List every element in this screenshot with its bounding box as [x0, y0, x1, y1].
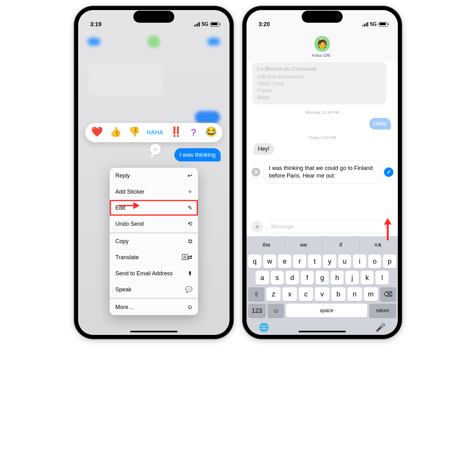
- menu-translate[interactable]: Translate 🄰⇄: [110, 249, 198, 266]
- edit-message-field[interactable]: I was thinking that we could go to Finla…: [264, 161, 381, 184]
- copy-icon: ⧉: [188, 238, 192, 245]
- key-row-3: ⇧ z x c v b n m ⌫: [248, 287, 396, 301]
- key-t[interactable]: t: [308, 254, 321, 268]
- phone-left: 3:19 5G ❤️ 👍 👎 HAHA ‼️ ？ 😂 ☺ I was think…: [74, 6, 233, 339]
- key-n[interactable]: n: [347, 287, 362, 301]
- key-e[interactable]: e: [278, 254, 291, 268]
- tapback-emoji-picker[interactable]: ☺: [150, 144, 161, 155]
- menu-speak[interactable]: Speak 💬: [110, 282, 198, 299]
- key-p[interactable]: p: [383, 254, 396, 268]
- time-separator: Monday 12:44 PM: [247, 110, 398, 115]
- prediction-1[interactable]: the: [248, 238, 285, 252]
- status-time: 3:19: [90, 21, 102, 28]
- prediction-2[interactable]: we: [285, 238, 322, 252]
- battery-icon: [379, 22, 388, 27]
- key-f[interactable]: f: [301, 271, 314, 285]
- tapback-haha[interactable]: HAHA: [147, 129, 163, 136]
- map-card[interactable]: Le Bistrot du Croissant 146 Rue Montmart…: [252, 62, 386, 104]
- edit-message-row: ✕ I was thinking that we could go to Fin…: [247, 161, 398, 184]
- compose-placeholder: iMessage: [271, 224, 294, 230]
- maps-source-label: Maps: [257, 94, 381, 101]
- network-label: 5G: [370, 21, 377, 27]
- key-m[interactable]: m: [364, 287, 378, 301]
- tapback-laughcry[interactable]: 😂: [205, 126, 217, 139]
- key-h[interactable]: h: [331, 271, 344, 285]
- keyboard: the we if ≡A q w e r t y u i o p: [247, 236, 398, 335]
- tapback-question[interactable]: ？: [189, 126, 198, 139]
- confirm-edit-button[interactable]: ✓: [384, 167, 393, 177]
- cancel-edit-button[interactable]: ✕: [252, 168, 260, 177]
- compose-row: + iMessage 🎙: [247, 216, 398, 236]
- tapback-bar[interactable]: ❤️ 👍 👎 HAHA ‼️ ？ 😂: [85, 123, 223, 142]
- return-key[interactable]: return: [369, 304, 396, 318]
- key-x[interactable]: x: [282, 287, 297, 301]
- translate-icon: 🄰⇄: [182, 254, 192, 261]
- shift-key[interactable]: ⇧: [248, 287, 264, 301]
- key-i[interactable]: i: [353, 254, 366, 268]
- backspace-key[interactable]: ⌫: [380, 287, 396, 301]
- menu-undo-send[interactable]: Undo Send ⟲: [110, 216, 198, 234]
- prediction-3[interactable]: if: [322, 238, 359, 252]
- annotation-arrow-confirm: [383, 218, 392, 240]
- space-key[interactable]: space: [286, 304, 367, 318]
- status-time: 3:20: [258, 21, 270, 28]
- apps-plus-button[interactable]: +: [252, 221, 263, 232]
- menu-more[interactable]: More… ⊙: [110, 299, 198, 315]
- emoji-key[interactable]: ☺: [268, 304, 284, 318]
- reply-icon: ↩︎: [188, 172, 192, 179]
- time-separator: Today 3:00 PM: [247, 135, 398, 140]
- key-c[interactable]: c: [299, 287, 313, 301]
- sent-bubble-hello[interactable]: Hello: [369, 118, 391, 130]
- menu-add-sticker[interactable]: Add Sticker ✧: [110, 184, 198, 200]
- key-j[interactable]: j: [345, 271, 359, 285]
- contact-name[interactable]: Ankur iDB: [247, 53, 398, 58]
- compose-field[interactable]: iMessage 🎙: [266, 220, 393, 233]
- speak-icon: 💬: [185, 286, 192, 293]
- key-r[interactable]: r: [293, 254, 306, 268]
- more-icon: ⊙: [188, 304, 192, 311]
- key-s[interactable]: s: [271, 271, 284, 285]
- key-g[interactable]: g: [316, 271, 329, 285]
- tapback-thumbs-down[interactable]: 👎: [128, 126, 140, 139]
- key-y[interactable]: y: [323, 254, 336, 268]
- key-row-1: q w e r t y u i o p: [248, 254, 396, 268]
- mic-icon[interactable]: 🎤: [375, 323, 386, 332]
- battery-icon: [210, 22, 219, 27]
- received-bubble-hey[interactable]: Hey!: [253, 143, 274, 155]
- menu-reply[interactable]: Reply ↩︎: [110, 168, 198, 184]
- prediction-bar: the we if ≡A: [248, 238, 396, 252]
- dynamic-island: [302, 11, 343, 23]
- numeric-key[interactable]: 123: [248, 304, 266, 318]
- contact-avatar[interactable]: 🧑: [314, 36, 330, 52]
- key-d[interactable]: d: [286, 271, 299, 285]
- key-q[interactable]: q: [248, 254, 261, 268]
- tapback-thumbs-up[interactable]: 👍: [110, 126, 121, 139]
- tapback-exclaim[interactable]: ‼️: [170, 126, 182, 139]
- key-o[interactable]: o: [368, 254, 381, 268]
- annotation-arrow-edit: [118, 201, 140, 210]
- key-a[interactable]: a: [256, 271, 269, 285]
- key-u[interactable]: u: [338, 254, 351, 268]
- phone-right: 3:20 5G 🧑 Ankur iDB Le Bistrot du Croiss…: [243, 6, 402, 339]
- undo-icon: ⟲: [188, 220, 192, 227]
- key-l[interactable]: l: [375, 271, 389, 285]
- context-menu: Reply ↩︎ Add Sticker ✧ Edit ✎ Undo Send …: [110, 168, 198, 315]
- key-z[interactable]: z: [266, 287, 281, 301]
- dynamic-island: [133, 11, 174, 23]
- key-v[interactable]: v: [315, 287, 329, 301]
- signal-icon: [363, 22, 368, 26]
- share-up-icon: ⬆︎: [188, 270, 192, 277]
- sticker-icon: ✧: [188, 188, 192, 195]
- menu-send-email[interactable]: Send to Email Address ⬆︎: [110, 266, 198, 282]
- menu-copy[interactable]: Copy ⧉: [110, 234, 198, 249]
- signal-icon: [194, 22, 200, 26]
- selected-message-bubble[interactable]: I was thinking: [174, 148, 221, 161]
- tapback-heart[interactable]: ❤️: [91, 126, 103, 139]
- key-k[interactable]: k: [361, 271, 374, 285]
- globe-icon[interactable]: 🌐: [259, 323, 269, 332]
- conversation-header[interactable]: 🧑 Ankur iDB: [247, 33, 398, 61]
- key-b[interactable]: b: [331, 287, 345, 301]
- key-w[interactable]: w: [263, 254, 276, 268]
- key-row-4: 123 ☺ space return: [248, 304, 396, 318]
- key-row-2: a s d f g h j k l: [248, 271, 396, 285]
